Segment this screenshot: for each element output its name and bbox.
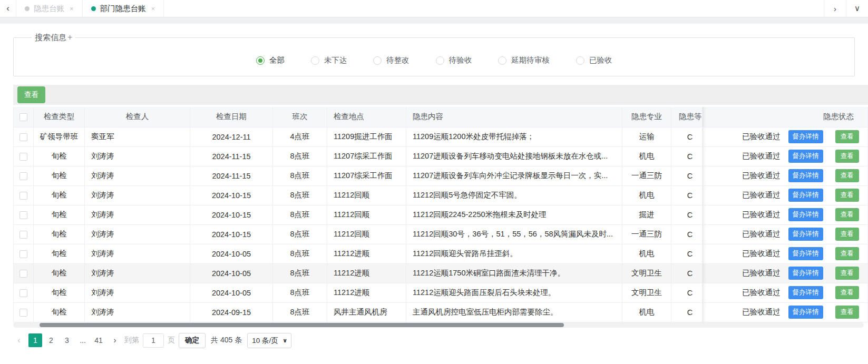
status-filter-radio[interactable]: 延期待审核: [498, 55, 550, 65]
table-row: 旬检 刘涛涛 2024-10-05 8点班 11212进顺 11212运顺175…: [14, 263, 868, 283]
cell-inspector: 刘涛涛: [85, 244, 190, 263]
cell-check-place: 11212回顺: [327, 185, 406, 205]
supervise-detail-button[interactable]: 督办详情: [788, 286, 823, 299]
supervise-detail-button[interactable]: 督办详情: [788, 267, 823, 280]
status-filter-radio[interactable]: 未下达: [311, 55, 347, 65]
next-page-icon[interactable]: ›: [109, 336, 121, 345]
row-checkbox[interactable]: [19, 289, 27, 297]
status-text: 已验收通过: [742, 288, 781, 298]
header-check-date: 检查日期: [190, 107, 273, 127]
cell-hazard-major: 机电: [622, 244, 671, 263]
view-row-button[interactable]: 查看: [835, 286, 859, 299]
header-inspector: 检查人: [85, 107, 190, 127]
view-button[interactable]: 查看: [17, 86, 45, 103]
cell-inspector: 刘涛涛: [85, 263, 190, 283]
cell-check-type: 旬检: [34, 224, 85, 244]
supervise-detail-button[interactable]: 督办详情: [788, 306, 823, 319]
confirm-button[interactable]: 确定: [179, 333, 206, 348]
row-checkbox[interactable]: [19, 309, 27, 317]
cell-hazard-grade: C: [671, 224, 703, 244]
row-checkbox[interactable]: [19, 231, 27, 239]
header-hazard-status: 隐患状态: [703, 107, 868, 127]
select-caret-icon: ∨: [282, 337, 287, 344]
cell-shift: 8点班: [273, 263, 327, 283]
row-checkbox[interactable]: [19, 133, 27, 141]
header-hazard-content: 隐患内容: [406, 107, 622, 127]
cell-hazard-major: 机电: [622, 146, 671, 166]
prev-page-icon[interactable]: ‹: [13, 336, 25, 345]
view-row-button[interactable]: 查看: [835, 208, 859, 221]
expand-plus-icon[interactable]: +: [67, 33, 72, 42]
supervise-detail-button[interactable]: 督办详情: [788, 150, 823, 163]
page-unit-label: 页: [168, 336, 175, 345]
forward-arrow-icon[interactable]: ›: [824, 0, 846, 17]
view-row-button[interactable]: 查看: [835, 306, 859, 319]
row-checkbox[interactable]: [19, 211, 27, 219]
cell-check-place: 11212进顺: [327, 263, 406, 283]
tab-item[interactable]: 部门隐患台账 ×: [83, 0, 164, 17]
table-row: 旬检 刘涛涛 2024-10-15 8点班 11212回顺 11212回顺5号急…: [14, 185, 868, 205]
page-number[interactable]: 1: [28, 333, 42, 347]
back-arrow-icon[interactable]: ‹: [0, 0, 16, 17]
cell-shift: 8点班: [273, 302, 327, 322]
view-row-button[interactable]: 查看: [835, 130, 859, 143]
cell-hazard-content: 11212运顺迎头路面压裂后石头块未处理。: [406, 283, 622, 302]
row-checkbox[interactable]: [19, 270, 27, 278]
supervise-detail-button[interactable]: 督办详情: [788, 228, 823, 241]
status-filter-radio[interactable]: 待验收: [436, 55, 472, 65]
scrollbar-thumb[interactable]: [40, 323, 564, 327]
tab-status-dot-icon: [91, 6, 96, 11]
status-filter-radio[interactable]: 全部: [256, 55, 285, 65]
cell-shift: 8点班: [273, 205, 327, 224]
cell-inspector: 窦亚军: [85, 127, 190, 146]
view-row-button[interactable]: 查看: [835, 169, 859, 182]
header-check-type: 检查类型: [34, 107, 85, 127]
cell-hazard-grade: C: [671, 302, 703, 322]
view-row-button[interactable]: 查看: [835, 247, 859, 260]
header-hazard-major: 隐患专业: [622, 107, 671, 127]
page-number[interactable]: 41: [92, 333, 105, 347]
select-all-checkbox[interactable]: [19, 113, 27, 121]
status-filter-radio[interactable]: 已验收: [576, 55, 612, 65]
cell-hazard-content: 11209运顺1200米处皮带托辊掉落；: [406, 127, 622, 146]
row-checkbox[interactable]: [19, 153, 27, 161]
supervise-detail-button[interactable]: 督办详情: [788, 208, 823, 221]
status-text: 已验收通过: [742, 229, 781, 239]
tab-close-icon[interactable]: ×: [151, 5, 155, 13]
table-row: 旬检 刘涛涛 2024-10-15 8点班 11212回顺 11212回顺224…: [14, 205, 868, 224]
tab-item[interactable]: 隐患台账 ×: [16, 0, 83, 17]
row-checkbox[interactable]: [19, 192, 27, 200]
page-number[interactable]: ...: [76, 333, 90, 347]
view-row-button[interactable]: 查看: [835, 150, 859, 163]
view-row-button[interactable]: 查看: [835, 267, 859, 280]
supervise-detail-button[interactable]: 督办详情: [788, 247, 823, 260]
cell-hazard-major: 一通三防: [622, 224, 671, 244]
page-number[interactable]: 2: [44, 333, 58, 347]
cell-hazard-major: 文明卫生: [622, 283, 671, 302]
tab-close-icon[interactable]: ×: [70, 5, 74, 13]
goto-page-input[interactable]: [143, 333, 164, 348]
status-filter-radio[interactable]: 待整改: [373, 55, 409, 65]
cell-inspector: 刘涛涛: [85, 302, 190, 322]
cell-check-type: 旬检: [34, 205, 85, 224]
supervise-detail-button[interactable]: 督办详情: [788, 130, 823, 143]
page-list: 123...41: [28, 333, 105, 347]
cell-hazard-major: 机电: [622, 302, 671, 322]
cell-hazard-grade: C: [671, 283, 703, 302]
row-checkbox[interactable]: [19, 172, 27, 180]
tab-dropdown-icon[interactable]: ∨: [846, 0, 868, 17]
radio-circle-icon: [373, 56, 382, 65]
cell-hazard-grade: C: [671, 146, 703, 166]
supervise-detail-button[interactable]: 督办详情: [788, 189, 823, 202]
row-checkbox[interactable]: [19, 250, 27, 258]
view-row-button[interactable]: 查看: [835, 189, 859, 202]
cell-check-place: 11207综采工作面: [327, 166, 406, 185]
supervise-detail-button[interactable]: 督办详情: [788, 169, 823, 182]
page-size-select[interactable]: 10 条/页: [252, 337, 278, 345]
cell-hazard-major: 掘进: [622, 205, 671, 224]
page-number[interactable]: 3: [60, 333, 74, 347]
cell-shift: 8点班: [273, 244, 327, 263]
tab-label: 部门隐患台账: [100, 4, 146, 14]
cell-hazard-content: 11207进顺设备列车向外冲尘记录牌板显示每日一次，实...: [406, 166, 622, 185]
view-row-button[interactable]: 查看: [835, 228, 859, 241]
